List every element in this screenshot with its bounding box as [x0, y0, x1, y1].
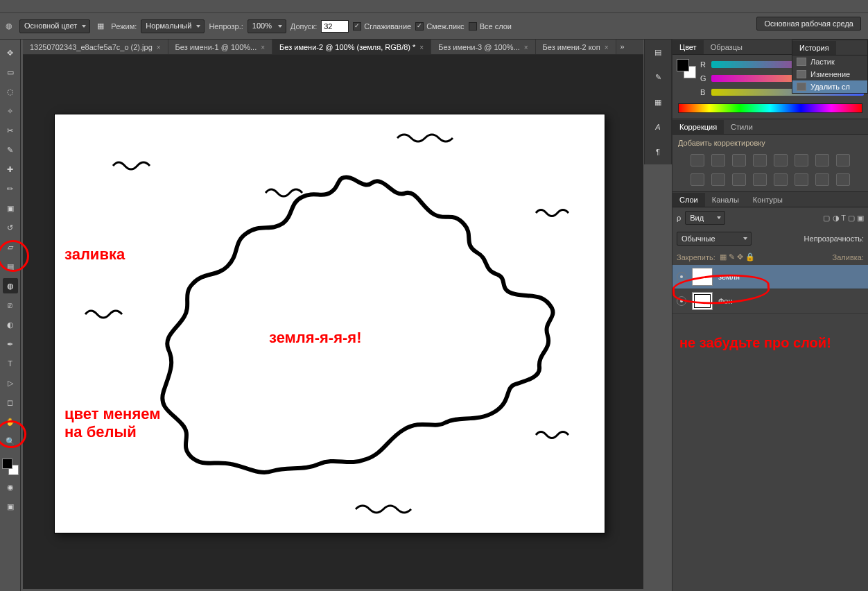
- spectrum-picker[interactable]: [678, 103, 862, 113]
- dodge-tool-icon[interactable]: ◐: [3, 317, 18, 332]
- document-canvas[interactable]: заливка цвет меняем на белый земля-я-я-я…: [54, 114, 605, 533]
- gradient-tool-icon[interactable]: ▤: [3, 259, 18, 274]
- path-select-tool-icon[interactable]: ▷: [3, 375, 18, 391]
- wave-mark: [532, 204, 581, 222]
- stamp-tool-icon[interactable]: ▣: [3, 200, 18, 216]
- contiguous-label: Смеж.пикс: [426, 22, 464, 31]
- r-label: R: [700, 60, 707, 69]
- g-label: G: [700, 74, 707, 83]
- pen-tool-icon[interactable]: ✒: [3, 336, 18, 352]
- blur-tool-icon[interactable]: ⎚: [3, 298, 18, 313]
- antialias-checkbox[interactable]: ✓Сглаживание: [353, 22, 411, 31]
- filter-kind-select[interactable]: Вид: [685, 211, 725, 225]
- tab-overflow[interactable]: »: [616, 40, 629, 54]
- tab-label: Без имени-3 @ 100%...: [438, 43, 520, 51]
- layer-thumbnail[interactable]: [692, 268, 713, 286]
- blend-opacity-row: Обычные Непрозрачность:: [672, 228, 868, 249]
- opacity-field[interactable]: 100%: [248, 19, 286, 33]
- document-tab[interactable]: 13250702343_e8acfe5a7c_o (2).jpg×: [23, 40, 168, 54]
- blend-mode-select[interactable]: Нормальный: [141, 19, 205, 33]
- tab-history[interactable]: История: [792, 41, 836, 55]
- paint-bucket-tool-icon[interactable]: ◍: [3, 278, 18, 293]
- color-swatch[interactable]: [677, 59, 696, 78]
- document-tab[interactable]: Без имени-1 @ 100%...×: [168, 40, 272, 54]
- tolerance-label: Допуск:: [290, 22, 317, 31]
- layer-name[interactable]: Фон: [718, 297, 733, 305]
- menu-bar[interactable]: [0, 0, 868, 13]
- history-row[interactable]: Удалить сл: [792, 80, 867, 93]
- contiguous-checkbox[interactable]: ✓Смеж.пикс: [415, 22, 464, 31]
- all-layers-checkbox[interactable]: Все слои: [469, 22, 512, 31]
- history-dock-icon[interactable]: ▤: [650, 45, 666, 59]
- marquee-tool-icon[interactable]: ▭: [3, 65, 18, 80]
- antialias-label: Сглаживание: [364, 22, 411, 31]
- adjustment-icons[interactable]: [672, 151, 868, 191]
- document-tab[interactable]: Без имени-3 @ 100%...×: [431, 40, 535, 54]
- type-tool-icon[interactable]: T: [3, 356, 18, 371]
- layer-opacity-label: Непрозрачность:: [804, 234, 864, 243]
- right-panels: Цвет Образцы R G B Коррекция Стили Добав…: [672, 40, 868, 591]
- crop-tool-icon[interactable]: ✂: [3, 123, 18, 138]
- layer-name[interactable]: земля: [718, 273, 740, 281]
- hand-tool-icon[interactable]: ✋: [3, 414, 18, 429]
- eyedropper-tool-icon[interactable]: ✎: [3, 142, 18, 157]
- wave-mark: [532, 426, 581, 444]
- tab-label: 13250702343_e8acfe5a7c_o (2).jpg: [30, 43, 153, 51]
- close-icon[interactable]: ×: [605, 44, 609, 51]
- tab-layers[interactable]: Слои: [672, 193, 705, 207]
- layer-filter-row[interactable]: ρ Вид ▢ ◑ T ▢ ▣: [672, 207, 868, 228]
- history-row[interactable]: Изменение: [792, 68, 867, 80]
- zoom-tool-icon[interactable]: 🔍: [3, 434, 18, 449]
- fill-label: Заливка:: [833, 253, 864, 262]
- close-icon[interactable]: ×: [157, 44, 161, 51]
- close-icon[interactable]: ×: [524, 44, 528, 51]
- tab-styles[interactable]: Стили: [724, 120, 760, 134]
- layer-thumbnail[interactable]: [692, 292, 713, 310]
- wave-mark: [82, 305, 137, 324]
- paragraph-dock-icon[interactable]: ¶: [650, 145, 666, 159]
- history-brush-tool-icon[interactable]: ↺: [3, 220, 18, 235]
- brush-tool-icon[interactable]: ✏: [3, 181, 18, 196]
- document-tab[interactable]: Без имени-2 @ 100% (земля, RGB/8) *×: [272, 40, 431, 54]
- blend-mode-select-layers[interactable]: Обычные: [677, 232, 752, 246]
- shape-tool-icon[interactable]: ◻: [3, 395, 18, 410]
- workspace-button[interactable]: Основная рабочая среда: [756, 17, 861, 31]
- wave-mark: [262, 183, 318, 203]
- blend-mode-label: Режим:: [111, 22, 137, 31]
- history-row[interactable]: Ластик: [792, 55, 867, 68]
- brush-dock-icon[interactable]: ✎: [650, 70, 666, 84]
- visibility-toggle-icon[interactable]: [677, 296, 686, 306]
- tab-paths[interactable]: Контуры: [746, 193, 790, 207]
- annotation-land: земля-я-я-я!: [269, 329, 362, 347]
- history-label: Ластик: [810, 58, 835, 66]
- add-adjustment-label: Добавить корректировку: [672, 135, 868, 151]
- history-label: Удалить сл: [810, 83, 850, 91]
- layer-row[interactable]: Фон: [672, 289, 868, 314]
- annotation-color-swap: цвет меняем на белый: [64, 405, 160, 442]
- eraser-tool-icon[interactable]: ▱: [3, 239, 18, 255]
- tolerance-field[interactable]: 32: [321, 20, 349, 33]
- color-swatch-tool[interactable]: [2, 459, 19, 475]
- document-tab[interactable]: Без имени-2 коп×: [536, 40, 616, 54]
- close-icon[interactable]: ×: [261, 44, 265, 51]
- quickmask-icon[interactable]: ◉: [3, 479, 18, 495]
- fill-source-select[interactable]: Основной цвет: [19, 19, 90, 33]
- close-icon[interactable]: ×: [419, 44, 424, 51]
- tab-channels[interactable]: Каналы: [705, 193, 746, 207]
- history-panel-floater[interactable]: История ЛастикИзменениеУдалить сл: [792, 40, 868, 94]
- pattern-picker-icon[interactable]: ▦: [94, 20, 107, 33]
- layer-row[interactable]: земля: [672, 265, 868, 289]
- move-tool-icon[interactable]: ✥: [3, 45, 18, 60]
- lasso-tool-icon[interactable]: ◌: [3, 84, 18, 99]
- tab-swatches[interactable]: Образцы: [704, 40, 749, 54]
- paint-bucket-icon: ◍: [3, 20, 15, 33]
- layer-list: земляФон: [672, 265, 868, 314]
- screenmode-icon[interactable]: ▣: [3, 499, 18, 514]
- character-dock-icon[interactable]: A: [650, 120, 666, 134]
- magic-wand-tool-icon[interactable]: ✧: [3, 103, 18, 119]
- tab-color[interactable]: Цвет: [672, 40, 704, 54]
- visibility-toggle-icon[interactable]: [677, 272, 686, 282]
- swatches-dock-icon[interactable]: ▦: [650, 95, 666, 109]
- healing-brush-tool-icon[interactable]: ✚: [3, 162, 18, 177]
- tab-adjustments[interactable]: Коррекция: [672, 120, 724, 134]
